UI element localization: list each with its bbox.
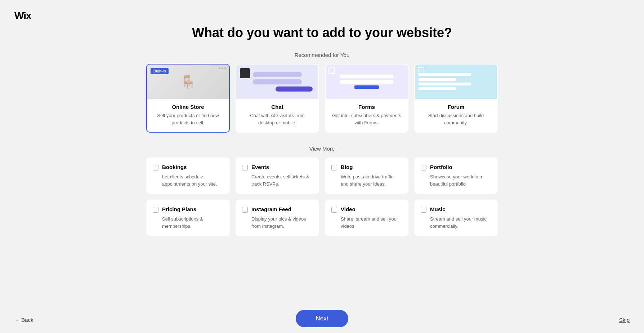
- preview-mini-bar: [219, 67, 226, 69]
- card-events[interactable]: Events Create events, sell tickets & tra…: [236, 157, 319, 194]
- forum-square-icon: [418, 67, 424, 74]
- card-more-title-instagram: Instagram Feed: [251, 206, 291, 212]
- card-more-title-portfolio: Portfolio: [430, 164, 452, 170]
- forum-line-4: [419, 87, 456, 90]
- card-more-header-events: Events: [242, 164, 313, 170]
- view-more-row-1: Bookings Let clients schedule appointmen…: [142, 157, 502, 194]
- form-field-2: [340, 80, 393, 84]
- checkbox-events[interactable]: [242, 165, 248, 170]
- card-more-desc-instagram: Display your pics & videos from Instagra…: [242, 216, 313, 230]
- card-desc-forum: Start discussions and build community.: [421, 112, 491, 126]
- card-blog[interactable]: Blog Write posts to drive traffic and sh…: [325, 157, 408, 194]
- card-more-header-pricing: Pricing Plans: [153, 206, 223, 213]
- card-body-online-store: Online Store Sell your products or find …: [147, 99, 229, 132]
- card-title-forms: Forms: [331, 104, 402, 110]
- skip-button[interactable]: Skip: [619, 317, 630, 323]
- card-music[interactable]: Music Stream and sell your music commerc…: [414, 200, 498, 236]
- card-forms[interactable]: Forms Get info, subscribers & payments w…: [325, 64, 408, 133]
- card-more-desc-video: Share, stream and sell your videos.: [331, 216, 402, 230]
- main-container: What do you want to add to your website?…: [0, 0, 644, 278]
- recommended-label: Recommended for You: [295, 52, 350, 58]
- card-video[interactable]: Video Share, stream and sell your videos…: [325, 200, 408, 236]
- card-more-desc-portfolio: Showcase your work in a beautiful portfo…: [421, 173, 491, 187]
- forum-line-1: [419, 73, 471, 76]
- card-more-desc-events: Create events, sell tickets & track RSVP…: [242, 173, 313, 187]
- card-more-desc-blog: Write posts to drive traffic and share y…: [331, 173, 402, 187]
- form-submit-btn: [354, 85, 379, 89]
- checkbox-bookings[interactable]: [153, 165, 158, 170]
- logo-text: Wix: [14, 10, 31, 21]
- card-more-title-music: Music: [430, 206, 446, 212]
- card-desc-chat: Chat with site visitors from desktop or …: [242, 112, 313, 126]
- card-more-header-bookings: Bookings: [153, 164, 223, 170]
- card-title-chat: Chat: [242, 104, 313, 110]
- card-forum[interactable]: Forum Start discussions and build commun…: [414, 64, 498, 133]
- card-portfolio[interactable]: Portfolio Showcase your work in a beauti…: [414, 157, 498, 194]
- card-more-title-video: Video: [341, 206, 355, 212]
- card-body-forum: Forum Start discussions and build commun…: [415, 99, 497, 132]
- checkbox-pricing-plans[interactable]: [153, 207, 158, 213]
- card-more-header-music: Music: [421, 206, 491, 213]
- chat-bubble-2: [253, 79, 302, 84]
- card-more-desc-pricing: Sell subscriptions & memberships.: [153, 216, 223, 230]
- chat-bubble-3: [276, 86, 313, 92]
- card-preview-forum: [415, 65, 497, 99]
- next-button[interactable]: Next: [296, 310, 349, 327]
- form-square-icon: [328, 67, 335, 74]
- card-preview-online-store: Built-In 🪑: [147, 65, 229, 99]
- card-more-header-video: Video: [331, 206, 402, 213]
- card-more-header-instagram: Instagram Feed: [242, 206, 313, 213]
- card-more-title-pricing: Pricing Plans: [162, 206, 196, 212]
- card-chat[interactable]: Chat Chat with site visitors from deskto…: [236, 64, 319, 133]
- checkbox-blog[interactable]: [331, 165, 337, 170]
- card-more-title-blog: Blog: [341, 164, 353, 170]
- card-more-header-blog: Blog: [331, 164, 402, 170]
- card-desc-forms: Get info, subscribers & payments with Fo…: [331, 112, 402, 126]
- card-bookings[interactable]: Bookings Let clients schedule appointmen…: [146, 157, 230, 194]
- card-pricing-plans[interactable]: Pricing Plans Sell subscriptions & membe…: [146, 200, 230, 236]
- card-more-desc-music: Stream and sell your music commercially.: [421, 216, 491, 230]
- card-preview-chat: [236, 65, 318, 99]
- card-preview-forms: [326, 65, 408, 99]
- forum-line-3: [419, 83, 471, 85]
- forum-line-2: [419, 78, 456, 81]
- card-more-desc-bookings: Let clients schedule appointments on you…: [153, 173, 223, 187]
- form-field-1: [340, 75, 393, 78]
- checkbox-portfolio[interactable]: [421, 165, 426, 170]
- wix-logo: Wix: [14, 10, 31, 22]
- card-title-online-store: Online Store: [153, 104, 223, 110]
- chair-icon: 🪑: [180, 74, 196, 89]
- card-body-forms: Forms Get info, subscribers & payments w…: [326, 99, 408, 132]
- chat-bubble-1: [253, 72, 302, 77]
- card-more-title-bookings: Bookings: [162, 164, 187, 170]
- built-in-badge: Built-In: [151, 68, 169, 74]
- back-button[interactable]: ← Back: [14, 317, 33, 323]
- view-more-label: View More: [309, 146, 335, 152]
- checkbox-instagram-feed[interactable]: [242, 207, 248, 213]
- card-body-chat: Chat Chat with site visitors from deskto…: [236, 99, 318, 132]
- card-more-header-portfolio: Portfolio: [421, 164, 491, 170]
- view-more-row-2: Pricing Plans Sell subscriptions & membe…: [142, 200, 502, 236]
- mini-dot: [224, 67, 226, 69]
- card-online-store[interactable]: Built-In 🪑 Online Store Sell your produc…: [146, 64, 230, 133]
- mini-dot: [219, 67, 220, 69]
- chat-square-icon: [240, 68, 250, 78]
- card-more-title-events: Events: [251, 164, 269, 170]
- page-title: What do you want to add to your website?: [192, 25, 452, 40]
- recommended-cards-row: Built-In 🪑 Online Store Sell your produc…: [142, 64, 502, 133]
- card-title-forum: Forum: [421, 104, 491, 110]
- mini-dot: [222, 67, 223, 69]
- checkbox-music[interactable]: [421, 207, 426, 213]
- card-desc-online-store: Sell your products or find new products …: [153, 112, 223, 126]
- card-instagram-feed[interactable]: Instagram Feed Display your pics & video…: [236, 200, 319, 236]
- checkbox-video[interactable]: [331, 207, 337, 213]
- bottom-nav: ← Back Next Skip: [0, 304, 644, 333]
